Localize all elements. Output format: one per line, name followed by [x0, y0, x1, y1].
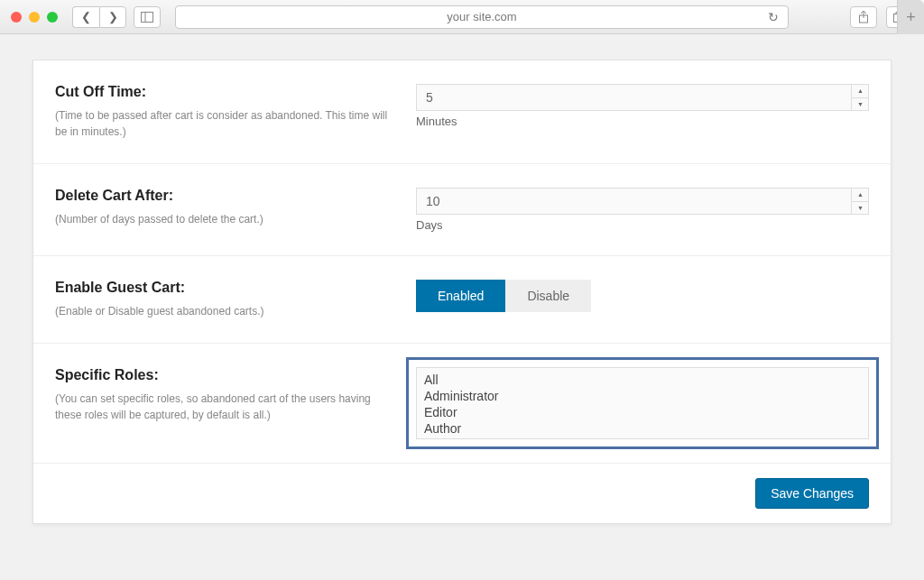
address-bar[interactable]: your site.com ↻: [175, 5, 789, 29]
delete-after-title: Delete Cart After:: [55, 188, 389, 204]
share-button[interactable]: [850, 6, 877, 28]
role-option[interactable]: Editor: [420, 404, 864, 420]
cutoff-unit: Minutes: [416, 115, 869, 128]
title-bar: ❮ ❯ your site.com ↻ +: [0, 0, 924, 34]
cutoff-input[interactable]: [416, 84, 869, 111]
new-tab-button[interactable]: +: [897, 0, 924, 34]
minimize-window-button[interactable]: [29, 12, 40, 23]
cutoff-title: Cut Off Time:: [55, 84, 389, 100]
save-changes-button[interactable]: Save Changes: [755, 478, 869, 509]
cutoff-spinner: ▲ ▼: [851, 84, 869, 111]
roles-title: Specific Roles:: [55, 367, 389, 383]
cutoff-row: Cut Off Time: (Time to be passed after c…: [33, 60, 891, 164]
roles-highlight-box: All Administrator Editor Author: [406, 357, 879, 449]
role-option[interactable]: Author: [420, 420, 864, 437]
roles-select[interactable]: All Administrator Editor Author: [416, 367, 869, 439]
sidebar-toggle-button[interactable]: [134, 6, 161, 28]
delete-after-input[interactable]: [416, 188, 869, 215]
close-window-button[interactable]: [11, 12, 22, 23]
save-row: Save Changes: [33, 464, 891, 523]
roles-row: Specific Roles: (You can set specific ro…: [33, 344, 891, 464]
cutoff-desc: (Time to be passed after cart is conside…: [55, 107, 389, 140]
guest-cart-enabled-button[interactable]: Enabled: [416, 280, 505, 312]
maximize-window-button[interactable]: [47, 12, 58, 23]
url-text: your site.com: [447, 10, 516, 23]
role-option[interactable]: Administrator: [420, 388, 864, 404]
reload-icon[interactable]: ↻: [768, 10, 779, 24]
cutoff-spinner-up[interactable]: ▲: [852, 84, 869, 98]
roles-desc: (You can set specific roles, so abandone…: [55, 391, 389, 423]
svg-rect-0: [142, 12, 153, 22]
guest-cart-row: Enable Guest Cart: (Enable or Disable gu…: [33, 256, 891, 344]
browser-window: ❮ ❯ your site.com ↻ + Cut Off Time: (Tim…: [0, 0, 924, 580]
delete-after-row: Delete Cart After: (Number of days passe…: [33, 164, 891, 256]
back-button[interactable]: ❮: [72, 6, 99, 28]
cutoff-spinner-down[interactable]: ▼: [852, 98, 869, 112]
delete-after-desc: (Number of days passed to delete the car…: [55, 211, 389, 227]
role-option[interactable]: All: [420, 372, 864, 388]
content-area: Cut Off Time: (Time to be passed after c…: [0, 34, 924, 580]
delete-after-spinner-down[interactable]: ▼: [852, 202, 869, 216]
guest-cart-disable-button[interactable]: Disable: [505, 280, 591, 312]
delete-after-unit: Days: [416, 218, 869, 232]
delete-after-spinner: ▲ ▼: [851, 188, 869, 215]
traffic-lights: [11, 12, 58, 23]
forward-button[interactable]: ❯: [99, 6, 126, 28]
delete-after-spinner-up[interactable]: ▲: [852, 188, 869, 202]
guest-cart-title: Enable Guest Cart:: [55, 280, 389, 296]
guest-cart-desc: (Enable or Disable guest abandoned carts…: [55, 303, 389, 319]
guest-cart-toggle: Enabled Disable: [416, 280, 869, 312]
settings-panel: Cut Off Time: (Time to be passed after c…: [32, 60, 892, 524]
